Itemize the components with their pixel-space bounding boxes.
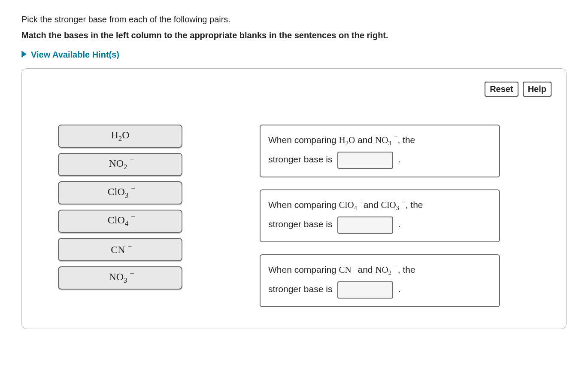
sentence-text: , the (395, 135, 415, 145)
sentence-text: and (355, 265, 376, 274)
tile-clo3-minus[interactable]: ClO3 (58, 181, 182, 204)
sentence-text: . (396, 284, 401, 294)
tile-h2o[interactable]: H2O (58, 125, 182, 148)
reset-button[interactable]: Reset (485, 82, 518, 97)
instruction-line-2: Match the bases in the left column to th… (21, 30, 567, 40)
tile-clo4-minus[interactable]: ClO4 (58, 210, 182, 233)
sentence-text: When comparing (268, 135, 339, 145)
tile-no3-minus[interactable]: NO3 (58, 266, 182, 290)
chem-formula: ClO4 (339, 200, 361, 210)
sentence-text: stronger base is (268, 284, 335, 294)
chem-formula: NO2 (375, 265, 395, 275)
sentence-text: stronger base is (268, 154, 335, 164)
drop-slot-1[interactable] (337, 152, 393, 169)
chem-formula: CN (339, 265, 355, 275)
sentence-box-1: When comparing H2O and NO3 , the stronge… (260, 125, 500, 177)
drop-slot-3[interactable] (337, 281, 393, 299)
chem-formula: ClO3 (381, 200, 403, 210)
chem-formula: H2O (339, 135, 355, 145)
svg-marker-0 (21, 51, 26, 58)
instruction-line-1: Pick the stronger base from each of the … (21, 15, 567, 24)
sentence-text: When comparing (268, 265, 339, 274)
sentence-text: When comparing (268, 200, 339, 210)
sentence-text: stronger base is (268, 219, 335, 229)
sentence-column: When comparing H2O and NO3 , the stronge… (260, 125, 552, 307)
caret-right-icon (21, 50, 27, 60)
tile-cn-minus[interactable]: CN (58, 238, 182, 261)
sentence-box-3: When comparing CN and NO2 , the stronger… (260, 254, 500, 307)
sentence-text: and (361, 200, 381, 210)
view-hints-label: View Available Hint(s) (31, 50, 119, 60)
chem-formula: NO3 (375, 135, 395, 145)
exercise-panel: Reset Help H2O NO2 ClO3 ClO4 CN NO3 When… (21, 68, 567, 329)
drop-slot-2[interactable] (337, 217, 393, 234)
sentence-text: . (396, 219, 401, 229)
sentence-box-2: When comparing ClO4 and ClO3 , the stron… (260, 189, 500, 242)
draggable-tile-column: H2O NO2 ClO3 ClO4 CN NO3 (58, 125, 182, 290)
help-button[interactable]: Help (523, 82, 552, 97)
view-hints-toggle[interactable]: View Available Hint(s) (21, 50, 119, 60)
tile-no2-minus[interactable]: NO2 (58, 153, 182, 176)
sentence-text: . (396, 154, 401, 164)
sentence-text: , the (395, 265, 415, 274)
sentence-text: , the (403, 200, 423, 210)
sentence-text: and (355, 135, 375, 145)
